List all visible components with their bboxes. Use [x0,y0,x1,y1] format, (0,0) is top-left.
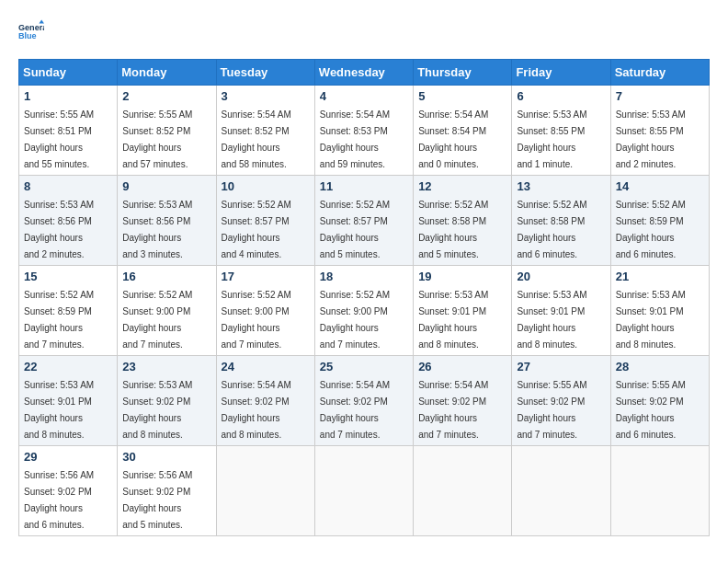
day-detail: Sunrise: 5:52 AMSunset: 8:58 PMDaylight … [418,200,488,259]
weekday-header: Sunday [19,60,118,86]
day-number: 30 [122,450,210,464]
svg-text:Blue: Blue [18,31,37,40]
day-number: 4 [320,89,408,103]
logo-icon: General Blue [18,18,44,44]
calendar-day-cell: 8 Sunrise: 5:53 AMSunset: 8:56 PMDayligh… [19,176,118,266]
day-detail: Sunrise: 5:52 AMSunset: 9:00 PMDaylight … [222,290,291,350]
day-detail: Sunrise: 5:54 AMSunset: 9:02 PMDaylight … [222,380,291,440]
calendar-day-cell: 2 Sunrise: 5:55 AMSunset: 8:52 PMDayligh… [118,86,216,176]
calendar-day-cell: 6 Sunrise: 5:53 AMSunset: 8:55 PMDayligh… [512,86,610,176]
day-detail: Sunrise: 5:52 AMSunset: 8:58 PMDaylight … [517,200,586,259]
calendar-body: 1 Sunrise: 5:55 AMSunset: 8:51 PMDayligh… [19,86,710,536]
day-detail: Sunrise: 5:53 AMSunset: 8:56 PMDaylight … [24,200,94,259]
day-detail: Sunrise: 5:52 AMSunset: 9:00 PMDaylight … [122,290,192,350]
weekday-header: Monday [118,60,216,86]
day-number: 29 [24,450,112,464]
day-detail: Sunrise: 5:53 AMSunset: 9:01 PMDaylight … [24,380,94,440]
day-number: 22 [24,360,112,373]
day-detail: Sunrise: 5:53 AMSunset: 9:01 PMDaylight … [418,290,488,350]
day-number: 17 [222,270,310,283]
calendar-week-row: 29 Sunrise: 5:56 AMSunset: 9:02 PMDaylig… [19,446,710,536]
svg-marker-3 [39,19,44,23]
calendar-day-cell: 13 Sunrise: 5:52 AMSunset: 8:58 PMDaylig… [512,176,610,266]
day-detail: Sunrise: 5:53 AMSunset: 9:01 PMDaylight … [616,290,686,350]
weekday-header: Friday [512,60,610,86]
calendar-header-row: SundayMondayTuesdayWednesdayThursdayFrid… [19,60,710,86]
day-detail: Sunrise: 5:52 AMSunset: 8:59 PMDaylight … [24,290,94,350]
calendar-week-row: 15 Sunrise: 5:52 AMSunset: 8:59 PMDaylig… [19,266,710,356]
day-number: 20 [517,270,605,283]
weekday-header: Saturday [610,60,709,86]
day-number: 24 [222,360,310,373]
day-detail: Sunrise: 5:53 AMSunset: 8:55 PMDaylight … [616,109,686,169]
day-detail: Sunrise: 5:52 AMSunset: 9:00 PMDaylight … [320,290,390,350]
calendar-day-cell: 24 Sunrise: 5:54 AMSunset: 9:02 PMDaylig… [216,356,314,446]
day-detail: Sunrise: 5:53 AMSunset: 8:55 PMDaylight … [517,109,586,169]
day-detail: Sunrise: 5:55 AMSunset: 8:52 PMDaylight … [122,109,192,169]
day-detail: Sunrise: 5:53 AMSunset: 9:02 PMDaylight … [122,380,192,440]
day-number: 2 [122,89,210,103]
weekday-header: Wednesday [314,60,413,86]
day-number: 26 [418,360,506,373]
day-detail: Sunrise: 5:52 AMSunset: 8:57 PMDaylight … [320,200,390,259]
calendar-day-cell: 21 Sunrise: 5:53 AMSunset: 9:01 PMDaylig… [610,266,709,356]
calendar-day-cell [512,446,610,536]
day-number: 25 [320,360,408,373]
calendar-day-cell [414,446,512,536]
weekday-header: Thursday [414,60,512,86]
logo: General Blue [18,18,44,44]
calendar-day-cell: 19 Sunrise: 5:53 AMSunset: 9:01 PMDaylig… [414,266,512,356]
day-detail: Sunrise: 5:56 AMSunset: 9:02 PMDaylight … [24,470,94,530]
day-number: 23 [122,360,210,373]
calendar-day-cell: 17 Sunrise: 5:52 AMSunset: 9:00 PMDaylig… [216,266,314,356]
day-detail: Sunrise: 5:54 AMSunset: 8:52 PMDaylight … [222,109,291,169]
day-detail: Sunrise: 5:52 AMSunset: 8:59 PMDaylight … [616,200,686,259]
weekday-header: Tuesday [216,60,314,86]
calendar-day-cell [216,446,314,536]
calendar-day-cell: 30 Sunrise: 5:56 AMSunset: 9:02 PMDaylig… [118,446,216,536]
day-detail: Sunrise: 5:53 AMSunset: 9:01 PMDaylight … [517,290,586,350]
day-number: 21 [616,270,704,283]
day-number: 10 [222,179,310,193]
calendar-day-cell: 14 Sunrise: 5:52 AMSunset: 8:59 PMDaylig… [610,176,709,266]
calendar-day-cell: 9 Sunrise: 5:53 AMSunset: 8:56 PMDayligh… [118,176,216,266]
calendar-day-cell: 27 Sunrise: 5:55 AMSunset: 9:02 PMDaylig… [512,356,610,446]
day-number: 12 [418,179,506,193]
calendar-day-cell: 12 Sunrise: 5:52 AMSunset: 8:58 PMDaylig… [414,176,512,266]
calendar-day-cell: 4 Sunrise: 5:54 AMSunset: 8:53 PMDayligh… [314,86,413,176]
day-detail: Sunrise: 5:52 AMSunset: 8:57 PMDaylight … [222,200,291,259]
day-number: 14 [616,179,704,193]
day-number: 16 [122,270,210,283]
day-detail: Sunrise: 5:55 AMSunset: 8:51 PMDaylight … [24,109,94,169]
svg-text:General: General [18,23,44,32]
calendar-day-cell: 26 Sunrise: 5:54 AMSunset: 9:02 PMDaylig… [414,356,512,446]
day-number: 3 [222,89,310,103]
day-number: 28 [616,360,704,373]
page-header: General Blue [18,18,710,44]
calendar-day-cell: 18 Sunrise: 5:52 AMSunset: 9:00 PMDaylig… [314,266,413,356]
day-detail: Sunrise: 5:56 AMSunset: 9:02 PMDaylight … [122,470,192,530]
day-detail: Sunrise: 5:54 AMSunset: 8:54 PMDaylight … [418,109,488,169]
day-detail: Sunrise: 5:54 AMSunset: 9:02 PMDaylight … [418,380,488,440]
day-number: 13 [517,179,605,193]
day-number: 19 [418,270,506,283]
calendar-day-cell: 25 Sunrise: 5:54 AMSunset: 9:02 PMDaylig… [314,356,413,446]
calendar-day-cell: 10 Sunrise: 5:52 AMSunset: 8:57 PMDaylig… [216,176,314,266]
calendar-day-cell: 11 Sunrise: 5:52 AMSunset: 8:57 PMDaylig… [314,176,413,266]
calendar-day-cell: 5 Sunrise: 5:54 AMSunset: 8:54 PMDayligh… [414,86,512,176]
calendar-table: SundayMondayTuesdayWednesdayThursdayFrid… [18,59,710,536]
day-detail: Sunrise: 5:53 AMSunset: 8:56 PMDaylight … [122,200,192,259]
calendar-day-cell: 1 Sunrise: 5:55 AMSunset: 8:51 PMDayligh… [19,86,118,176]
calendar-week-row: 1 Sunrise: 5:55 AMSunset: 8:51 PMDayligh… [19,86,710,176]
day-number: 9 [122,179,210,193]
calendar-day-cell: 15 Sunrise: 5:52 AMSunset: 8:59 PMDaylig… [19,266,118,356]
calendar-day-cell: 22 Sunrise: 5:53 AMSunset: 9:01 PMDaylig… [19,356,118,446]
day-number: 1 [24,89,112,103]
calendar-day-cell [314,446,413,536]
calendar-week-row: 8 Sunrise: 5:53 AMSunset: 8:56 PMDayligh… [19,176,710,266]
day-number: 15 [24,270,112,283]
calendar-day-cell: 16 Sunrise: 5:52 AMSunset: 9:00 PMDaylig… [118,266,216,356]
day-detail: Sunrise: 5:55 AMSunset: 9:02 PMDaylight … [616,380,686,440]
calendar-day-cell: 28 Sunrise: 5:55 AMSunset: 9:02 PMDaylig… [610,356,709,446]
day-number: 11 [320,179,408,193]
